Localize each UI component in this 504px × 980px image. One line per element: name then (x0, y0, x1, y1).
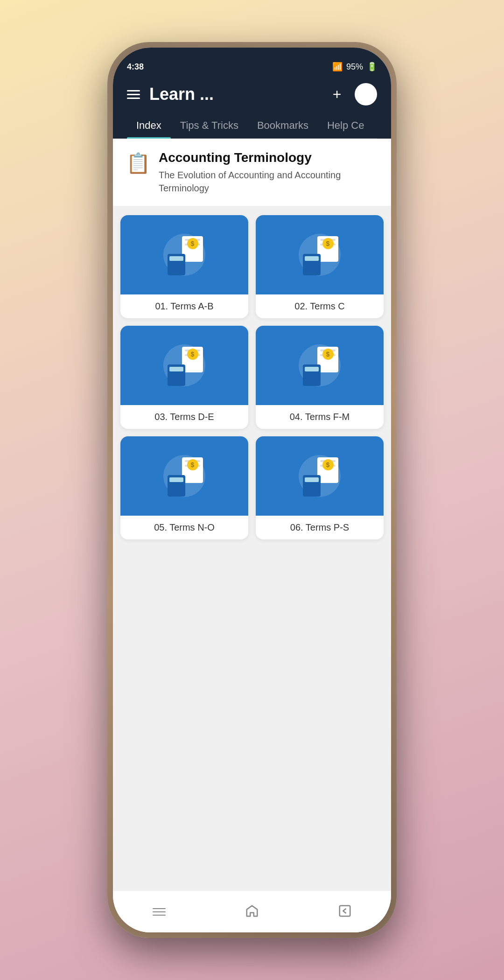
card-label-1: 01. Terms A-B (120, 294, 248, 318)
book-title: Accounting Terminology (159, 150, 378, 166)
book-info: Accounting Terminology The Evolution of … (159, 150, 378, 195)
status-battery: 📶 95% 🔋 (332, 62, 377, 72)
tabs-bar: Index Tips & Tricks Bookmarks Help Ce (127, 113, 377, 139)
hamburger-icon[interactable] (127, 90, 140, 99)
card-grid: $ 01. Terms A-B (113, 208, 391, 547)
book-icon: 📋 (126, 152, 150, 175)
signal-icon: 📶 (332, 62, 343, 72)
book-header: 📋 Accounting Terminology The Evolution o… (113, 139, 391, 206)
avatar[interactable] (355, 83, 377, 105)
tab-bookmarks[interactable]: Bookmarks (248, 113, 318, 138)
tab-tips-tricks[interactable]: Tips & Tricks (171, 113, 248, 138)
app-header: Learn ... + Index Tips & Tricks Bookmark… (113, 76, 391, 139)
nav-home-button[interactable] (238, 898, 266, 926)
add-button[interactable]: + (327, 86, 347, 103)
phone-frame: 4:38 📶 95% 🔋 Learn ... + (107, 42, 397, 938)
tab-help-center[interactable]: Help Ce (318, 113, 373, 138)
card-image-2: $ (256, 215, 384, 294)
svg-rect-0 (339, 905, 350, 916)
card-terms-ab[interactable]: $ 01. Terms A-B (120, 215, 248, 318)
accounting-illus-1: $ (161, 231, 208, 278)
back-icon (338, 904, 352, 920)
card-image-1: $ (120, 215, 248, 294)
phone-screen: 4:38 📶 95% 🔋 Learn ... + (113, 48, 391, 932)
card-label-6: 06. Terms P-S (256, 516, 384, 539)
accounting-illus-5: $ (161, 453, 208, 499)
header-title: Learn ... (149, 84, 327, 104)
battery-icon: 🔋 (367, 62, 377, 72)
main-content: 📋 Accounting Terminology The Evolution o… (113, 139, 391, 890)
tab-index[interactable]: Index (127, 113, 171, 138)
card-terms-c[interactable]: $ 02. Terms C (256, 215, 384, 318)
card-image-4: $ (256, 326, 384, 405)
card-image-5: $ (120, 436, 248, 516)
notch (205, 48, 299, 66)
card-label-4: 04. Terms F-M (256, 405, 384, 429)
battery-percent: 95% (346, 62, 363, 72)
card-image-3: $ (120, 326, 248, 405)
card-terms-fm[interactable]: $ 04. Terms F-M (256, 326, 384, 429)
card-image-6: $ (256, 436, 384, 516)
card-label-5: 05. Terms N-O (120, 516, 248, 539)
book-subtitle: The Evolution of Accounting and Accounti… (159, 168, 378, 195)
card-terms-ps[interactable]: $ 06. Terms P-S (256, 436, 384, 539)
card-label-3: 03. Terms D-E (120, 405, 248, 429)
accounting-illus-2: $ (296, 231, 343, 278)
nav-back-button[interactable] (331, 898, 359, 926)
card-terms-de[interactable]: $ 03. Terms D-E (120, 326, 248, 429)
accounting-illus-4: $ (296, 342, 343, 389)
accounting-illus-6: $ (296, 453, 343, 499)
card-terms-no[interactable]: $ 05. Terms N-O (120, 436, 248, 539)
header-actions: + (327, 83, 377, 105)
status-time: 4:38 (127, 62, 144, 72)
bottom-nav (113, 890, 391, 932)
accounting-illus-3: $ (161, 342, 208, 389)
header-top: Learn ... + (127, 83, 377, 113)
card-label-2: 02. Terms C (256, 294, 384, 318)
nav-menu-button[interactable] (145, 898, 173, 926)
menu-icon (153, 908, 166, 916)
home-icon (245, 904, 259, 920)
